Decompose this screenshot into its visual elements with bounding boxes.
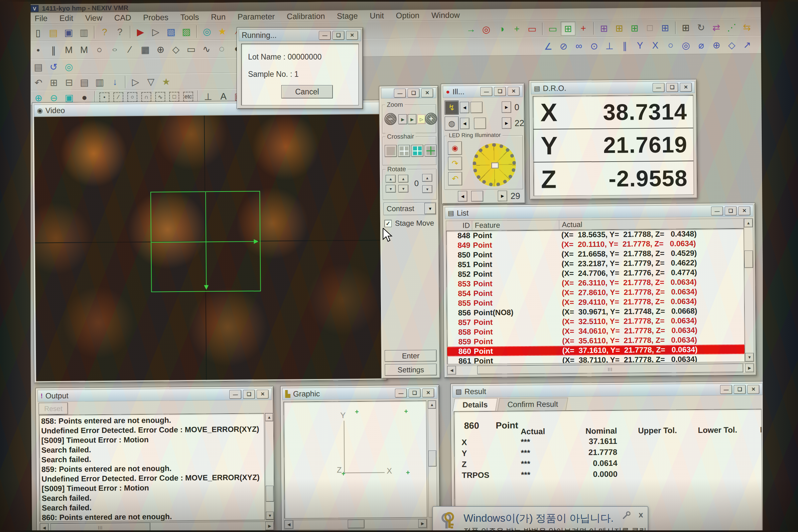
rotate-up2-button[interactable]: ▲ [398,175,408,183]
menu-item-tools[interactable]: Tools [180,12,199,22]
flash-light-icon[interactable]: ↯ [444,101,458,115]
rotate-down2-button[interactable]: ▼ [398,185,408,192]
menu-item-file[interactable]: File [35,14,48,23]
list-hscrollbar[interactable]: ◀ ||| ▶ [447,363,754,376]
doc-refresh-icon[interactable]: ↺ [46,60,61,74]
crosshair-white-button[interactable] [398,145,410,157]
gdt-angularity-icon[interactable]: X [648,39,663,53]
gdt-concentric-icon[interactable]: ∞ [572,39,586,53]
menu-item-unit[interactable]: Unit [370,11,384,20]
close-button[interactable]: ✕ [257,390,269,399]
zoom-step-button[interactable]: ▶ [407,114,416,125]
settings-button[interactable]: Settings [385,364,437,376]
bulb-icon[interactable]: ◍ [444,117,458,131]
star-eye-icon[interactable]: ★ [158,75,173,89]
maximize-button[interactable]: ❑ [407,89,420,97]
menu-item-edit[interactable]: Edit [59,13,74,23]
zoom-step-back-button[interactable]: ▶ [398,114,407,125]
gdt-cylindricity-icon[interactable]: ◎ [679,38,693,52]
maximize-button[interactable]: ❑ [666,83,678,92]
gdt-branch-icon[interactable]: Y [633,39,647,53]
maximize-button[interactable]: ❑ [243,390,255,399]
reset-button[interactable]: Reset [39,403,68,415]
dro-titlebar[interactable]: ▤ D.R.O. —❑✕ [531,81,695,94]
led-ring-wheel[interactable] [473,143,516,187]
list-vscrollbar[interactable]: ▲ ▼ [744,218,754,362]
point-tool-icon[interactable]: • [31,43,45,57]
minimize-button[interactable]: — [720,385,732,394]
menu-item-stage[interactable]: Stage [337,11,358,20]
red-box-icon[interactable]: ▭ [525,22,539,36]
minimize-button[interactable]: — [319,31,331,40]
scroll-left-icon[interactable]: ◀ [285,520,293,529]
arc-tool-icon[interactable]: ◌ [214,42,229,56]
box-arrow-icon[interactable]: ▭ [545,22,560,36]
running-titlebar[interactable]: Running... —❑✕ [239,29,361,41]
ellipse-tool-icon[interactable]: ○ [108,42,122,57]
maximize-button[interactable]: ❑ [734,385,746,394]
gdt-circle-icon[interactable]: ⊙ [587,39,602,53]
ring-scroll-thumb[interactable] [471,191,483,202]
ring-scroll-right[interactable]: ▶ [498,191,507,201]
close-button[interactable]: ✕ [346,31,358,40]
scroll-up-icon[interactable]: ▲ [744,219,753,227]
coax-scroll-thumb[interactable] [471,102,482,113]
menu-item-view[interactable]: View [85,13,102,22]
contrast-dropdown[interactable]: Contrast ▼ [384,202,436,215]
circle-tool-icon[interactable]: ○ [92,43,107,57]
line-tool-icon[interactable]: ⁄ [123,42,137,57]
gdt-parallel-icon[interactable]: ∥ [618,39,632,53]
run-icon[interactable]: ▶ [133,25,148,39]
zoom-out-button[interactable]: − [384,113,396,125]
close-button[interactable]: ✕ [747,385,759,394]
star-icon[interactable]: ★ [215,24,229,38]
output-vscroll-thumb[interactable] [266,486,274,502]
undo-icon[interactable]: ↶ [31,75,45,90]
wrench-icon[interactable] [622,511,630,520]
ring-scroll-left[interactable]: ◀ [458,191,467,202]
crosshair-green-button[interactable] [424,145,437,157]
minimize-button[interactable]: — [480,87,492,96]
zoom-in-button[interactable]: + [425,113,437,125]
menu-item-window[interactable]: Window [431,10,460,20]
grid-green-icon[interactable]: ⊞ [627,21,642,35]
dots-path-icon[interactable]: ⋰ [724,20,739,34]
gdt-perpendicular-icon[interactable]: ⊥ [602,39,617,53]
rotate-spin-up-button[interactable]: ▲ [422,174,432,182]
gdt-roundness-icon[interactable]: ○ [663,38,678,52]
print-icon[interactable]: ▥ [76,25,91,39]
tree-cut-icon[interactable]: ⊟ [61,75,76,90]
search-page-icon[interactable]: ◎ [200,24,214,38]
crosshair-none-button[interactable] [385,145,397,157]
open-folder-icon[interactable]: ▤ [46,25,60,40]
rotate-spin-down-button[interactable]: ▼ [422,185,432,193]
graphic-hscroll-thumb[interactable] [348,520,364,528]
stage-scroll-left[interactable]: ◀ [460,118,470,129]
scroll-left-icon[interactable]: ◀ [447,366,456,375]
gdt-runout-icon[interactable]: ↗ [740,38,755,52]
graphic-vscrollbar[interactable]: ▲ [428,400,437,517]
minimize-button[interactable]: — [653,83,665,92]
target-icon[interactable]: ◎ [479,22,493,36]
ring-cw-button[interactable]: ↷ [448,157,462,170]
diamond-tool-icon[interactable]: ◇ [169,42,183,56]
doc-down-icon[interactable]: ▽ [143,75,158,89]
doc-run-icon[interactable]: ▷ [128,75,142,89]
feature-list[interactable]: 848Point(X= 18.5635, Y= 21.7788, Z= 0.43… [446,228,745,364]
copy-icon[interactable]: ▤ [77,75,92,89]
gdt-angle-icon[interactable]: ∠ [541,39,556,53]
curve-tool-icon[interactable]: ∿ [199,42,214,56]
close-button[interactable]: ✕ [680,83,692,92]
control-panel-titlebar[interactable]: —❑✕ [381,88,436,98]
scroll-right-icon[interactable]: ▶ [418,519,427,528]
rotate-down1-button[interactable]: ▼ [386,185,396,192]
result-titlebar[interactable]: ▨ Result —❑✕ [453,383,762,397]
plane-tool-icon[interactable]: ▦ [138,42,153,57]
contrast-dropdown-arrow-icon[interactable]: ▼ [424,203,436,214]
maximize-button[interactable]: ❑ [725,206,737,215]
list-vscroll-thumb[interactable] [744,251,753,268]
tab-confirm-result[interactable]: Confirm Result [498,398,569,411]
swap-icon[interactable]: ⇆ [740,20,754,34]
enter-button[interactable]: Enter [385,350,437,362]
maximize-button[interactable]: ❑ [332,31,344,40]
